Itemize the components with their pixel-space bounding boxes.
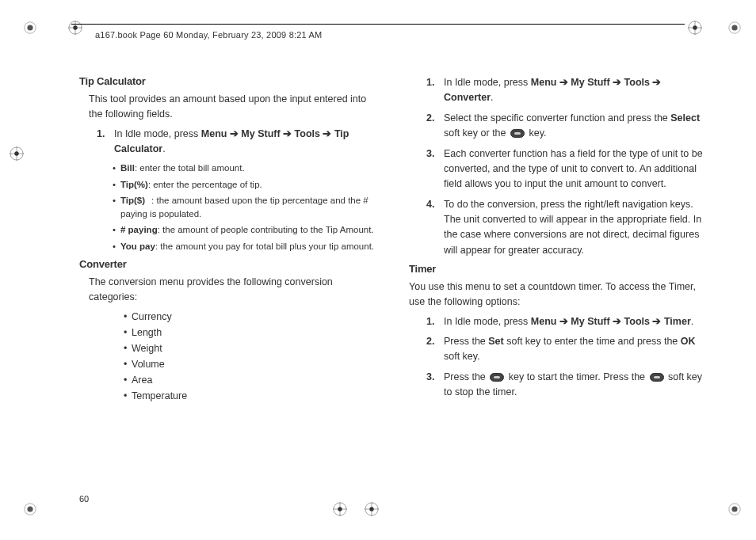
left-column: Tip Calculator This tool provides an amo…: [79, 75, 379, 409]
softkey-name: Select: [670, 112, 700, 124]
field-label: # paying: [120, 225, 158, 234]
text: soft key.: [444, 351, 480, 362]
step-body: In Idle mode, press Menu ➔ My Stuff ➔ To…: [444, 75, 708, 106]
crop-mark-icon: [10, 146, 24, 161]
text: key.: [526, 127, 546, 139]
text: In Idle mode, press: [444, 316, 531, 327]
text: soft key to enter the time and press the: [504, 336, 681, 347]
text: Press the: [444, 371, 488, 382]
field-label: You pay: [120, 241, 155, 251]
tip-calculator-heading: Tip Calculator: [79, 75, 379, 87]
step-number: 3.: [426, 370, 444, 401]
step-number: 1.: [97, 127, 114, 158]
crop-mark-icon: [727, 21, 742, 35]
field-desc: : enter the percentage of tip.: [148, 180, 262, 189]
step-item: 4. To do the conversion, press the right…: [426, 197, 708, 259]
text: Select the specific converter function a…: [444, 112, 670, 124]
list-item: You pay: the amount you pay for total bi…: [113, 240, 379, 253]
crop-mark-icon: [727, 502, 742, 516]
list-item: Currency: [124, 309, 379, 325]
text: .: [491, 92, 493, 103]
step-item: 3. Press the key to start the timer. Pre…: [426, 370, 708, 401]
softkey-name: Set: [488, 336, 503, 347]
step-item: 1. In Idle mode, press Menu ➔ My Stuff ➔…: [426, 75, 708, 106]
list-item: Length: [124, 325, 379, 340]
svg-point-23: [338, 507, 342, 511]
converter-heading: Converter: [79, 258, 379, 270]
tip-fields-list: Bill: enter the total bill amount. Tip(%…: [113, 162, 379, 253]
list-item: Tip($): the amount based upon the tip pe…: [113, 194, 379, 222]
step-body: In Idle mode, press Menu ➔ My Stuff ➔ To…: [114, 127, 379, 158]
svg-point-3: [731, 25, 737, 30]
list-item: Volume: [124, 356, 379, 372]
field-label: Tip(%): [120, 180, 148, 189]
step-number: 2.: [426, 111, 444, 142]
text: key to start the timer. Press the: [506, 371, 647, 382]
page-number: 60: [79, 494, 89, 504]
text: In Idle mode, press: [114, 128, 201, 139]
right-column: 1. In Idle mode, press Menu ➔ My Stuff ➔…: [409, 75, 708, 409]
timer-heading: Timer: [409, 263, 708, 275]
field-desc: : the amount you pay for total bill plus…: [155, 241, 374, 251]
list-item: Temperature: [124, 388, 379, 404]
step-number: 4.: [426, 197, 444, 259]
field-desc: : the amount based upon the tip percenta…: [120, 196, 368, 219]
svg-point-27: [369, 507, 373, 511]
step-body: Select the specific converter function a…: [444, 111, 708, 142]
text: .: [691, 316, 693, 327]
step-body: Press the Set soft key to enter the time…: [444, 334, 708, 365]
step-number: 3.: [426, 146, 444, 192]
list-item: Bill: enter the total bill amount.: [113, 162, 379, 175]
svg-point-15: [14, 151, 18, 155]
step-item: 1. In Idle mode, press Menu ➔ My Stuff ➔…: [426, 314, 708, 329]
text: .: [162, 143, 165, 154]
softkey-name: OK: [681, 336, 696, 347]
header-rule: [71, 24, 685, 25]
step-body: Each converter function has a field for …: [444, 146, 708, 192]
crop-mark-icon: [23, 21, 37, 35]
step-item: 3. Each converter function has a field f…: [426, 146, 708, 192]
field-label: Bill: [120, 163, 135, 173]
field-desc: : the amount of people contributing to t…: [158, 225, 374, 234]
step-body: In Idle mode, press Menu ➔ My Stuff ➔ To…: [444, 314, 708, 329]
svg-point-7: [73, 25, 77, 29]
crop-mark-icon: [365, 502, 379, 516]
converter-intro: The conversion menu provides the followi…: [89, 275, 379, 305]
converter-categories: Currency Length Weight Volume Area Tempe…: [124, 309, 379, 404]
text: soft key or the: [444, 127, 509, 139]
ok-key-icon: [650, 373, 664, 382]
field-label: Tip($): [120, 196, 145, 205]
step-number: 1.: [426, 75, 444, 106]
svg-point-17: [27, 506, 32, 511]
crop-mark-icon: [333, 502, 347, 516]
step-body: Press the key to start the timer. Press …: [444, 370, 708, 401]
svg-point-19: [731, 506, 737, 511]
crop-mark-icon: [68, 21, 82, 35]
text: In Idle mode, press: [444, 77, 531, 88]
list-item: Tip(%): enter the percentage of tip.: [113, 178, 379, 192]
ok-key-icon: [510, 129, 525, 138]
tip-calculator-intro: This tool provides an amount based upon …: [89, 92, 379, 122]
crop-mark-icon: [23, 502, 37, 516]
step-body: To do the conversion, press the right/le…: [444, 197, 708, 259]
svg-point-1: [27, 25, 32, 30]
list-item: Weight: [124, 340, 379, 356]
step-item: 1. In Idle mode, press Menu ➔ My Stuff ➔…: [97, 127, 379, 158]
timer-intro: You use this menu to set a countdown tim…: [409, 280, 708, 310]
step-item: 2. Press the Set soft key to enter the t…: [426, 334, 708, 365]
page-body: Tip Calculator This tool provides an amo…: [79, 75, 708, 492]
list-item: # paying: the amount of people contribut…: [113, 223, 379, 237]
nav-path: Menu ➔ My Stuff ➔ Tools ➔ Timer: [531, 316, 691, 327]
step-number: 2.: [426, 334, 444, 365]
header-text: a167.book Page 60 Monday, February 23, 2…: [95, 30, 322, 40]
list-item: Area: [124, 372, 379, 388]
svg-point-11: [693, 25, 697, 29]
step-item: 2. Select the specific converter functio…: [426, 111, 708, 142]
crop-mark-icon: [688, 21, 702, 35]
text: Press the: [444, 336, 488, 347]
ok-key-icon: [490, 373, 504, 382]
field-desc: : enter the total bill amount.: [135, 163, 245, 173]
step-number: 1.: [426, 314, 444, 329]
